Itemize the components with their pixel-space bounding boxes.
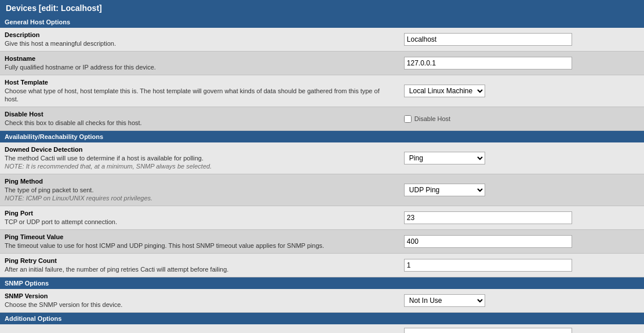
- disable-host-row: Disable Host Check this box to disable a…: [0, 107, 644, 131]
- ping-port-row: Ping Port TCP or UDP port to attempt con…: [0, 206, 644, 230]
- downed-device-desc: The method Cacti will use to determine i…: [5, 155, 203, 162]
- disable-host-desc: Check this box to disable all checks for…: [5, 119, 142, 126]
- section-additional: Additional Options: [0, 313, 644, 324]
- ping-method-desc: The type of ping packet to sent.: [5, 186, 93, 193]
- hostname-desc: Fully qualified hostname or IP address f…: [5, 64, 156, 71]
- ping-port-input[interactable]: [404, 211, 572, 224]
- ping-timeout-desc: The timeout value to use for host ICMP a…: [5, 242, 324, 249]
- hostname-label: Hostname: [5, 55, 395, 62]
- section-availability: Availability/Reachability Options: [0, 131, 644, 142]
- ping-port-desc: TCP or UDP port to attempt connection.: [5, 218, 117, 225]
- ping-timeout-label: Ping Timeout Value: [5, 233, 395, 240]
- description-desc: Give this host a meaningful description.: [5, 40, 116, 47]
- description-row: Description Give this host a meaningful …: [0, 28, 644, 52]
- ping-timeout-input[interactable]: [404, 235, 572, 248]
- ping-retry-desc: After an initial failure, the number of …: [5, 266, 228, 273]
- ping-method-row: Ping Method The type of ping packet to s…: [0, 174, 644, 206]
- snmp-version-row: SNMP Version Choose the SNMP version for…: [0, 289, 644, 313]
- disable-host-label: Disable Host: [5, 111, 395, 118]
- snmp-version-desc: Choose the SNMP version for this device.: [5, 301, 122, 308]
- disable-host-checkbox[interactable]: [404, 115, 412, 123]
- host-template-desc: Choose what type of host, host template …: [5, 87, 380, 103]
- downed-device-label: Downed Device Detection: [5, 146, 395, 153]
- ping-retry-input[interactable]: [404, 259, 572, 272]
- downed-device-row: Downed Device Detection The method Cacti…: [0, 142, 644, 174]
- snmp-version-select[interactable]: Not In Use Version 1 Version 2 Version 3: [404, 294, 485, 307]
- downed-device-select[interactable]: Ping SNMP Ping and SNMP None: [404, 152, 485, 164]
- host-template-row: Host Template Choose what type of host, …: [0, 75, 644, 107]
- notes-row: Notes Enter notes to this host.: [0, 324, 644, 333]
- ping-method-note: NOTE: ICMP on Linux/UNIX requires root p…: [5, 195, 152, 202]
- description-input[interactable]: [404, 33, 572, 46]
- snmp-version-label: SNMP Version: [5, 292, 395, 299]
- hostname-row: Hostname Fully qualified hostname or IP …: [0, 52, 644, 75]
- hostname-input[interactable]: [404, 57, 572, 69]
- ping-retry-row: Ping Retry Count After an initial failur…: [0, 254, 644, 277]
- ping-method-label: Ping Method: [5, 178, 395, 185]
- downed-device-note: NOTE: It is recommended that, at a minim…: [5, 163, 212, 170]
- host-template-label: Host Template: [5, 79, 395, 86]
- disable-host-checkbox-label[interactable]: Disable Host: [404, 115, 638, 123]
- section-snmp: SNMP Options: [0, 277, 644, 289]
- page-title: Devices [edit: Localhost]: [0, 0, 644, 16]
- host-template-select[interactable]: Local Linux Machine None Windows Device: [404, 85, 485, 97]
- ping-port-label: Ping Port: [5, 210, 395, 217]
- ping-retry-label: Ping Retry Count: [5, 257, 395, 264]
- ping-timeout-row: Ping Timeout Value The timeout value to …: [0, 230, 644, 254]
- description-label: Description: [5, 31, 395, 38]
- section-general: General Host Options: [0, 16, 644, 28]
- disable-host-checkbox-text: Disable Host: [414, 115, 450, 122]
- notes-textarea[interactable]: [404, 328, 572, 333]
- ping-method-select[interactable]: UDP Ping ICMP Ping TCP Ping: [404, 184, 485, 196]
